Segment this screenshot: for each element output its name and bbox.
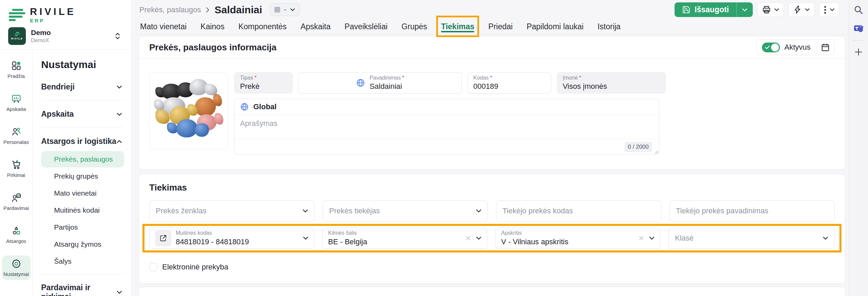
checkbox-unchecked[interactable]	[149, 263, 157, 271]
supply-card: Tiekimas Prekės ženklas Prekės tiekėjas …	[139, 174, 845, 284]
muitines-kodas-select[interactable]: Muitinės kodas 84818019 - 84818019	[149, 228, 314, 249]
calendar-button[interactable]	[816, 40, 834, 55]
color-swatch	[274, 7, 280, 13]
tab-kainos[interactable]: Kainos	[201, 19, 224, 34]
description-language-header: Global	[235, 99, 659, 115]
kodas-field[interactable]: Kodas* 000189	[467, 72, 551, 94]
clear-icon[interactable]	[638, 235, 644, 241]
brand-sub: ERP	[30, 18, 76, 23]
save-icon	[682, 5, 691, 14]
workspace-selector[interactable]: RIVILE Demo DemoX	[8, 27, 123, 45]
shapes-icon	[11, 226, 21, 236]
nav-group-apskaita[interactable]: Apskaita	[41, 105, 124, 123]
apskritis-select[interactable]: Apskritis V - Vilniaus apskritis	[495, 228, 660, 249]
product-photo[interactable]	[149, 72, 228, 149]
tab-papildomi-laukai[interactable]: Papildomi laukai	[527, 19, 583, 34]
rail-item-pirkimai[interactable]: Pirkimai	[2, 157, 31, 181]
description-input[interactable]: Aprašymas	[235, 115, 659, 139]
klase-select[interactable]: Klasė	[668, 228, 835, 249]
divider	[852, 40, 865, 40]
tab-priedai[interactable]: Priedai	[488, 19, 513, 34]
rail-item-personalas[interactable]: Personalas	[2, 124, 31, 148]
rail-item-apskaita[interactable]: Apskaita	[2, 91, 31, 115]
chevron-down-icon	[774, 8, 779, 11]
teams-button[interactable]	[852, 22, 865, 35]
cart-icon	[11, 160, 21, 170]
apskritis-value: V - Vilniaus apskritis	[501, 237, 568, 246]
dashboard-icon	[11, 61, 21, 71]
nav-group-pardavimai-pirkimai[interactable]: Pardavimai ir pirkimai	[41, 279, 124, 296]
active-toggle[interactable]: Aktyvus	[756, 40, 816, 55]
sidebar-item-muitines-kodai[interactable]: Muitinės kodai	[41, 202, 124, 218]
printer-icon	[762, 5, 771, 14]
topbar-actions: Išsaugoti	[675, 2, 839, 17]
brand-header: RIVILE ERP RIVILE Demo DemoX	[0, 0, 131, 50]
color-dropdown[interactable]: -	[270, 3, 300, 16]
tab-bar: Mato vienetai Kainos Komponentės Apskait…	[131, 19, 849, 34]
chevron-down-icon	[476, 236, 481, 240]
tab-tiekimas[interactable]: Tiekimas	[441, 19, 474, 34]
rail-item-nustatymai[interactable]: Nustatymai	[2, 256, 31, 280]
tab-paveiksleliai[interactable]: Paveikslėliai	[344, 19, 388, 34]
breadcrumb-parent[interactable]: Prekės, paslaugos	[139, 5, 201, 14]
tiekejo-prekes-kodas-input[interactable]: Tiekėjo prekės kodas	[496, 200, 661, 221]
product-info-card-header: Prekės, paslaugos informacija Aktyvus	[139, 36, 845, 59]
sidebar-item-prekes-paslaugos[interactable]: Prekės, paslaugos	[41, 151, 124, 167]
kodas-value[interactable]: 000189	[473, 82, 545, 91]
sidebar-search-button[interactable]	[852, 3, 865, 16]
sidebar-item-atsargu-zymos[interactable]: Atsargų žymos	[41, 236, 124, 252]
add-sidebar-item-button[interactable]	[852, 46, 865, 58]
prekes-tiekejas-select[interactable]: Prekės tiekėjas	[323, 200, 488, 221]
supply-row-2: Muitinės kodas 84818019 - 84818019 Kilmė…	[149, 228, 835, 249]
breadcrumb: Prekės, paslaugos Saldainiai -	[139, 3, 300, 16]
pavadinimas-value[interactable]: Saldainiai	[370, 82, 404, 91]
print-dropdown-button[interactable]	[757, 2, 784, 17]
open-record-button[interactable]	[155, 230, 171, 246]
tab-komponentes[interactable]: Komponentės	[238, 19, 287, 34]
required-marker: *	[490, 75, 492, 81]
rail-item-pradzia[interactable]: Pradžia	[2, 57, 31, 82]
chevron-down-icon	[117, 291, 122, 294]
rail-item-atsargos[interactable]: Atsargos	[2, 223, 31, 247]
sidebar-item-mato-vienetai[interactable]: Mato vienetai	[41, 185, 124, 201]
page-content: Prekės, paslaugos informacija Aktyvus	[131, 34, 849, 296]
tiekejo-prekes-pavadinimas-input[interactable]: Tiekėjo prekės pavadinimas	[669, 200, 835, 221]
sidebar-item-partijos[interactable]: Partijos	[41, 219, 124, 235]
settings-nav-title: Nustatymai	[41, 59, 124, 70]
kebab-menu-icon	[824, 6, 827, 14]
rail-item-pardavimai[interactable]: Pardavimai	[2, 190, 31, 214]
nav-group-atsargos-logistika[interactable]: Atsargos ir logistika	[41, 132, 124, 150]
save-dropdown-button[interactable]	[736, 2, 753, 17]
teams-icon	[853, 23, 864, 33]
required-marker: *	[579, 75, 581, 81]
browser-side-rail	[849, 0, 868, 296]
required-marker: *	[402, 75, 404, 81]
sidebar-item-prekiu-grupes[interactable]: Prekių grupės	[41, 168, 124, 184]
ecommerce-checkbox[interactable]: Elektroninė prekyba	[149, 263, 228, 272]
next-section-card	[139, 287, 845, 296]
page-title: Saldainiai	[215, 4, 262, 16]
external-link-icon	[159, 234, 167, 242]
tab-apskaita[interactable]: Apskaita	[301, 19, 330, 34]
resize-handle-icon[interactable]	[653, 149, 659, 154]
tab-istorija[interactable]: Istorija	[597, 19, 620, 34]
tab-grupes[interactable]: Grupės	[402, 19, 427, 34]
chevron-down-icon	[476, 209, 481, 213]
sidebar-item-salys[interactable]: Šalys	[41, 253, 124, 269]
kilmes-salis-select[interactable]: Kilmės šalis BE - Belgija	[322, 228, 487, 249]
nav-group-bendrieji[interactable]: Bendrieji	[41, 78, 124, 96]
card-title: Prekės, paslaugos informacija	[149, 42, 276, 53]
more-menu-dropdown-button[interactable]	[819, 2, 839, 17]
tipas-value: Prekė	[240, 82, 287, 91]
rivile-logo-icon	[8, 9, 25, 21]
clear-icon[interactable]	[465, 235, 471, 241]
chevron-down-icon	[303, 209, 308, 213]
settings-nav-sublist: Prekės, paslaugos Prekių grupės Mato vie…	[41, 151, 124, 269]
quick-actions-dropdown-button[interactable]	[788, 2, 815, 17]
save-button[interactable]: Išsaugoti	[675, 2, 736, 17]
tab-mato-vienetai[interactable]: Mato vienetai	[140, 19, 187, 34]
rivile-logo[interactable]: RIVILE ERP	[8, 5, 123, 24]
pavadinimas-field[interactable]: Pavadinimas* Saldainiai	[299, 72, 462, 94]
chevron-down-icon	[823, 236, 828, 240]
prekes-zenklas-select[interactable]: Prekės ženklas	[149, 200, 314, 221]
